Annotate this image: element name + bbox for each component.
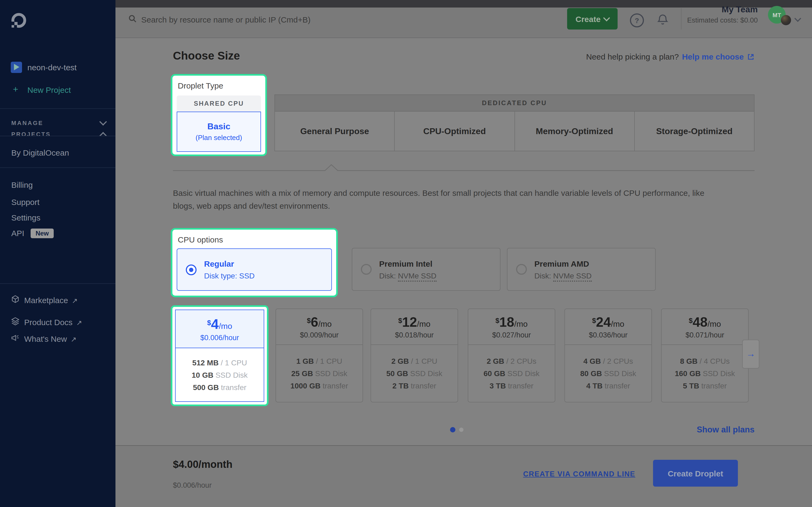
- regular-label: Regular: [204, 259, 255, 268]
- currency: $: [592, 317, 596, 325]
- radio-selected-icon[interactable]: [186, 264, 197, 275]
- user-avatar[interactable]: [781, 15, 791, 25]
- selected-tab-caret: [173, 164, 755, 173]
- cpu-option-regular[interactable]: Regular Disk type: SSD: [177, 248, 332, 291]
- digitalocean-logo-icon[interactable]: [11, 13, 26, 30]
- tab-general-purpose[interactable]: General Purpose: [274, 112, 395, 151]
- chevron-down-icon[interactable]: [99, 118, 107, 125]
- mem-note: / 2 CPUs: [603, 357, 633, 365]
- plan-hourly: $0.018/hour: [395, 331, 434, 339]
- transfer-value: 500 GB: [193, 383, 219, 391]
- sidebar-item-support[interactable]: Support: [11, 198, 40, 207]
- sidebar-item-product-docs[interactable]: Product Docs↗: [24, 318, 82, 327]
- search-icon: [129, 14, 137, 25]
- show-all-plans-link[interactable]: Show all plans: [697, 425, 755, 435]
- mem-value: 2 GB: [487, 357, 504, 365]
- per-month: /mo: [417, 319, 430, 328]
- transfer-value: 3 TB: [490, 382, 506, 390]
- per-month: /mo: [318, 319, 332, 328]
- disk-note: SSD Disk: [315, 369, 347, 378]
- premium-intel-label: Premium Intel: [379, 259, 436, 268]
- plan-hourly: $0.009/hour: [300, 331, 339, 339]
- total-monthly-price: $4.00/month: [173, 459, 233, 470]
- search-input[interactable]: Search by resource name or public IP (Cm…: [141, 15, 311, 24]
- external-arrow-icon: ↗: [76, 319, 82, 327]
- dedicated-cpu-group: DEDICATED CPU General Purpose CPU-Optimi…: [274, 95, 755, 151]
- amount: 4: [211, 316, 219, 332]
- help-picking-plan: Need help picking a plan? Help me choose: [586, 52, 755, 61]
- sidebar-divider: [0, 167, 115, 168]
- sidebar-divider: [0, 136, 115, 136]
- tab-cpu-optimized[interactable]: CPU-Optimized: [395, 112, 515, 151]
- spec-memory: 512 MB / 1 CPU: [192, 358, 247, 367]
- create-button-label: Create: [575, 14, 600, 23]
- plan-card-4mo-highlight[interactable]: $4/mo $0.006/hour 512 MB / 1 CPU 10 GB S…: [171, 305, 268, 406]
- description-line-2: blogs, web apps and dev/test environment…: [173, 199, 764, 212]
- avatar-initials: MT: [772, 11, 781, 18]
- plus-icon: +: [13, 84, 18, 95]
- create-droplet-button[interactable]: Create Droplet: [653, 460, 738, 487]
- radio-unselected-icon[interactable]: [516, 264, 527, 275]
- sidebar-item-project[interactable]: neon-dev-test: [28, 63, 77, 72]
- create-button[interactable]: Create: [567, 8, 618, 30]
- help-me-choose-link[interactable]: Help me choose: [682, 52, 744, 61]
- disk-value: 80 GB: [580, 369, 602, 378]
- mem-note: / 4 CPUs: [700, 357, 730, 365]
- tab-basic-selected[interactable]: Basic (Plan selected): [177, 112, 261, 152]
- plan-card-6mo[interactable]: $6/mo $0.009/hour 1 GB / 1 CPU 25 GB SSD…: [275, 308, 363, 402]
- transfer-note: transfer: [701, 382, 727, 390]
- plan-card-18mo[interactable]: $18/mo $0.027/hour 2 GB / 2 CPUs 60 GB S…: [468, 308, 555, 402]
- dedicated-cpu-header: DEDICATED CPU: [274, 95, 755, 112]
- droplet-type-highlight: Droplet Type SHARED CPU Basic (Plan sele…: [171, 74, 267, 156]
- notifications-bell-icon[interactable]: [657, 13, 669, 28]
- disk-value: 60 GB: [484, 369, 505, 378]
- amount: 48: [693, 315, 708, 329]
- disk-note: SSD Disk: [703, 369, 735, 378]
- plan-price-header: $48/mo $0.071/hour: [662, 309, 748, 345]
- tab-memory-optimized[interactable]: Memory-Optimized: [515, 112, 635, 151]
- cpu-options-heading: CPU options: [177, 234, 332, 244]
- transfer-note: transfer: [322, 382, 348, 390]
- mem-note: / 1 CPU: [221, 358, 247, 367]
- create-via-command-line-link[interactable]: CREATE VIA COMMAND LINE: [523, 470, 635, 478]
- disk-note: SSD Disk: [604, 369, 636, 378]
- plan-price-header: $6/mo $0.009/hour: [276, 309, 362, 345]
- currency: $: [398, 317, 402, 325]
- topbar-divider: [681, 8, 681, 30]
- per-month: /mo: [219, 321, 232, 331]
- per-month: /mo: [611, 319, 624, 328]
- nvme-label: NVMe SSD: [553, 271, 592, 281]
- transfer-value: 5 TB: [683, 382, 699, 390]
- radio-unselected-icon[interactable]: [361, 264, 372, 275]
- tab-shared-cpu[interactable]: SHARED CPU: [177, 96, 261, 112]
- footer-bar: $4.00/month $0.006/hour CREATE VIA COMMA…: [115, 446, 812, 507]
- new-badge: New: [31, 229, 53, 238]
- sidebar-item-by-digitalocean[interactable]: By DigitalOcean: [11, 148, 69, 157]
- mem-note: / 1 CPU: [411, 357, 438, 365]
- plan-card-12mo[interactable]: $12/mo $0.018/hour 2 GB / 1 CPU 50 GB SS…: [370, 308, 458, 402]
- sidebar-item-marketplace[interactable]: Marketplace↗: [24, 296, 78, 305]
- chevron-down-icon[interactable]: [794, 15, 801, 22]
- pagination-dot[interactable]: [459, 428, 463, 432]
- cpu-option-premium-amd[interactable]: Premium AMD Disk: NVMe SSD: [507, 248, 656, 291]
- currency: $: [207, 319, 211, 327]
- plan-card-48mo[interactable]: $48/mo $0.071/hour 8 GB / 4 CPUs 160 GB …: [661, 308, 749, 402]
- tab-storage-optimized[interactable]: Storage-Optimized: [635, 112, 755, 151]
- sidebar-item-new-project[interactable]: New Project: [28, 85, 71, 95]
- sidebar-divider: [0, 283, 115, 284]
- plan-card-24mo[interactable]: $24/mo $0.036/hour 4 GB / 2 CPUs 80 GB S…: [564, 308, 652, 402]
- cpu-option-premium-intel[interactable]: Premium Intel Disk: NVMe SSD: [352, 248, 501, 291]
- sidebar-item-settings[interactable]: Settings: [11, 213, 40, 222]
- api-label: API: [11, 229, 24, 238]
- team-info[interactable]: My Team Estimated costs: $0.00: [687, 5, 758, 24]
- disk-prefix: Disk:: [379, 271, 398, 280]
- sidebar-item-billing[interactable]: Billing: [11, 180, 33, 189]
- sidebar-item-api[interactable]: APINew: [11, 229, 54, 239]
- pagination-dot-active[interactable]: [450, 427, 455, 433]
- top-navigation-bar: Search by resource name or public IP (Cm…: [115, 0, 812, 38]
- plan-hourly: $0.036/hour: [589, 331, 627, 339]
- plans-scroll-right-button[interactable]: →: [742, 340, 759, 369]
- sidebar-item-whats-new[interactable]: What's New↗: [24, 334, 77, 343]
- amount: 18: [499, 315, 514, 329]
- help-icon[interactable]: ?: [630, 13, 644, 27]
